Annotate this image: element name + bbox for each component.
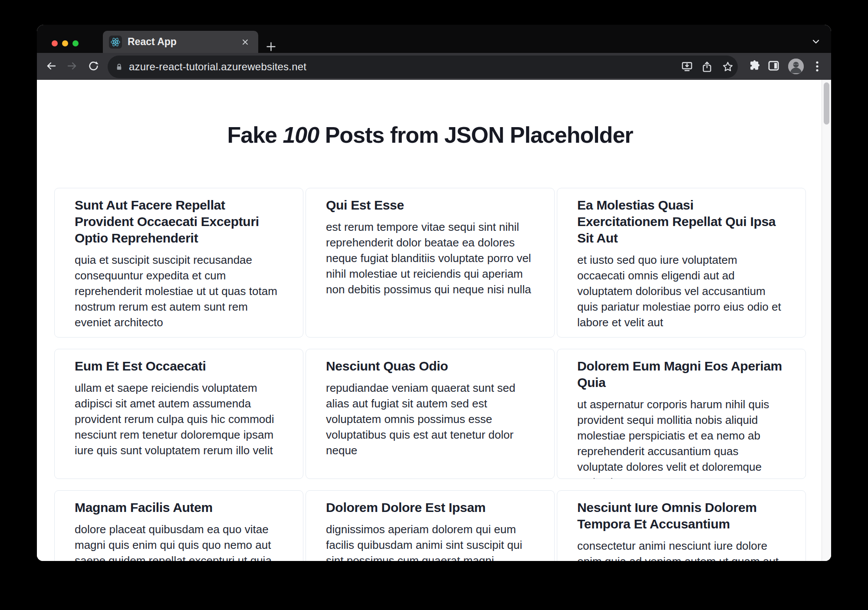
post-card: Dolorem Eum Magni Eos Aperiam Quia ut as… bbox=[557, 349, 806, 479]
tab-title: React App bbox=[128, 36, 241, 48]
post-card: Sunt Aut Facere Repellat Provident Occae… bbox=[54, 188, 303, 338]
zoom-window-button[interactable] bbox=[72, 40, 79, 46]
lock-icon[interactable] bbox=[114, 62, 124, 72]
scrollbar-thumb[interactable] bbox=[824, 82, 829, 125]
page-title-count: 100 bbox=[283, 122, 319, 148]
post-title: Magnam Facilis Autem bbox=[75, 499, 283, 516]
forward-icon[interactable] bbox=[66, 60, 78, 72]
web-page-viewport: Fake 100 Posts from JSON Placeholder Sun… bbox=[37, 80, 831, 561]
post-title: Dolorem Eum Magni Eos Aperiam Quia bbox=[577, 358, 786, 391]
post-title: Dolorem Dolore Est Ipsam bbox=[326, 499, 534, 516]
minimize-window-button[interactable] bbox=[62, 40, 68, 46]
share-icon[interactable] bbox=[700, 60, 713, 73]
react-logo-icon bbox=[109, 36, 122, 49]
post-card: Qui Est Esse est rerum tempore vitae seq… bbox=[306, 188, 555, 338]
browser-window: React App bbox=[37, 25, 831, 561]
post-title: Sunt Aut Facere Repellat Provident Occae… bbox=[75, 197, 283, 246]
post-body: consectetur animi nesciunt iure dolore e… bbox=[577, 538, 786, 561]
page-title-fake: Fake bbox=[227, 122, 283, 148]
tab-react-app[interactable]: React App bbox=[103, 31, 258, 53]
post-body: et iusto sed quo iure voluptatem occaeca… bbox=[577, 252, 786, 330]
post-card: Nesciunt Quas Odio repudiandae veniam qu… bbox=[306, 349, 555, 479]
post-body: dignissimos aperiam dolorem qui eum faci… bbox=[326, 521, 534, 561]
download-icon[interactable] bbox=[681, 60, 694, 73]
post-body: est rerum tempore vitae sequi sint nihil… bbox=[326, 219, 534, 297]
kebab-menu-icon[interactable] bbox=[812, 60, 822, 73]
page-title-rest: Posts from JSON Placeholder bbox=[319, 122, 633, 148]
post-body: ut aspernatur corporis harum nihil quis … bbox=[577, 397, 786, 479]
post-title: Ea Molestias Quasi Exercitationem Repell… bbox=[577, 197, 786, 246]
tab-strip: React App bbox=[37, 25, 831, 53]
close-window-button[interactable] bbox=[52, 40, 58, 46]
chevron-down-icon[interactable] bbox=[811, 37, 821, 46]
page-scrollbar[interactable] bbox=[822, 80, 831, 561]
reload-icon[interactable] bbox=[87, 60, 100, 72]
url-text[interactable]: azure-react-tutorial.azurewebsites.net bbox=[129, 61, 306, 73]
post-card: Nesciunt Iure Omnis Dolorem Tempora Et A… bbox=[557, 490, 806, 561]
screenshot-stage: React App bbox=[0, 0, 868, 610]
posts-grid: Sunt Aut Facere Repellat Provident Occae… bbox=[54, 188, 806, 561]
bookmark-star-icon[interactable] bbox=[721, 60, 734, 73]
profile-avatar[interactable] bbox=[788, 59, 804, 74]
post-title: Eum Et Est Occaecati bbox=[75, 358, 283, 374]
page-title: Fake 100 Posts from JSON Placeholder bbox=[54, 121, 806, 149]
browser-toolbar: azure-react-tutorial.azurewebsites.net bbox=[37, 53, 831, 80]
tab-close-icon[interactable] bbox=[241, 38, 250, 46]
url-bar[interactable]: azure-react-tutorial.azurewebsites.net bbox=[108, 56, 738, 78]
react-app-page: Fake 100 Posts from JSON Placeholder Sun… bbox=[37, 121, 822, 561]
post-body: repudiandae veniam quaerat sunt sed alia… bbox=[326, 380, 534, 458]
post-title: Nesciunt Iure Omnis Dolorem Tempora Et A… bbox=[577, 499, 786, 532]
post-body: dolore placeat quibusdam ea quo vitae ma… bbox=[75, 521, 283, 561]
new-tab-plus-icon[interactable] bbox=[265, 41, 277, 52]
extensions-puzzle-icon[interactable] bbox=[748, 59, 761, 72]
post-card: Ea Molestias Quasi Exercitationem Repell… bbox=[557, 188, 806, 338]
side-panel-icon[interactable] bbox=[767, 59, 780, 72]
post-card: Eum Et Est Occaecati ullam et saepe reic… bbox=[54, 349, 303, 479]
window-controls bbox=[52, 40, 79, 46]
post-card: Magnam Facilis Autem dolore placeat quib… bbox=[54, 490, 303, 561]
post-body: ullam et saepe reiciendis voluptatem adi… bbox=[75, 380, 283, 458]
post-title: Nesciunt Quas Odio bbox=[326, 358, 534, 374]
back-icon[interactable] bbox=[45, 60, 57, 72]
post-card: Dolorem Dolore Est Ipsam dignissimos ape… bbox=[306, 490, 555, 561]
post-body: quia et suscipit suscipit recusandae con… bbox=[75, 252, 283, 330]
post-title: Qui Est Esse bbox=[326, 197, 534, 213]
